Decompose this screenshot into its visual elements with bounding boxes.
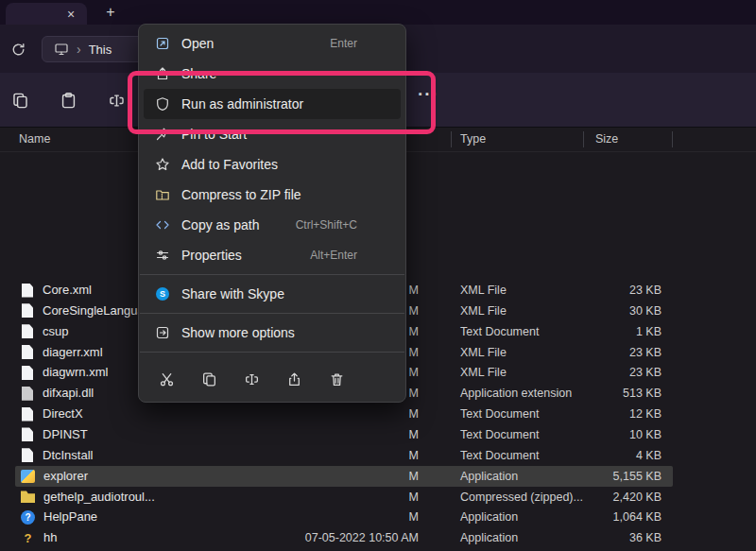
dll-file-icon (22, 387, 33, 401)
clipboard-paste-button[interactable] (58, 90, 78, 111)
file-size: 23 KB (584, 280, 662, 301)
menu-item-compress-to-zip-file[interactable]: Compress to ZIP file (144, 180, 401, 210)
file-date-modified: M (288, 466, 419, 487)
menu-item-label: Copy as path (181, 217, 260, 232)
file-type: XML File (460, 301, 507, 321)
delete-button[interactable] (326, 369, 347, 389)
context-menu-items: OpenEnterShareRun as administratorPin to… (139, 28, 405, 348)
file-type: Application (460, 507, 518, 527)
file-type: Text Document (460, 321, 539, 342)
file-size: 23 KB (584, 342, 662, 363)
file-type: Text Document (460, 424, 539, 445)
file-date-modified: M (288, 487, 419, 508)
refresh-icon[interactable] (9, 41, 26, 58)
column-header-name[interactable]: Name (19, 128, 50, 151)
file-name: Core.xml (43, 280, 92, 301)
menu-item-copy-as-path[interactable]: Copy as pathCtrl+Shift+C (144, 210, 401, 240)
document-file-icon (22, 284, 33, 298)
breadcrumb[interactable]: This (89, 43, 112, 57)
menu-item-label: Open (181, 36, 214, 51)
rename-button[interactable] (241, 369, 262, 389)
cut-icon (159, 371, 175, 387)
file-size: 30 KB (584, 301, 662, 321)
share-icon (155, 66, 170, 81)
file-row-dtcinstall[interactable]: DtcInstallMText Document4 KB (0, 445, 756, 466)
menu-item-add-to-favorites[interactable]: Add to Favorites (144, 149, 401, 180)
file-row-hh[interactable]: ?hh07-05-2022 10:50 AMApplication36 KB (0, 527, 756, 548)
file-type: Text Document (460, 445, 539, 466)
menu-item-label: Share (181, 66, 216, 81)
file-row-dpinst[interactable]: DPINSTMText Document10 KB (0, 424, 756, 445)
skype-icon: S (155, 286, 170, 301)
column-header-size[interactable]: Size (595, 128, 618, 151)
tab-close-icon[interactable]: × (60, 6, 81, 23)
copy-button[interactable] (198, 369, 219, 389)
cut-button[interactable] (156, 369, 177, 389)
titlebar: × + (0, 0, 756, 25)
share-action-button[interactable] (284, 369, 304, 389)
share-action-icon (286, 371, 302, 387)
file-type: Text Document (460, 404, 539, 424)
copy-button[interactable] (9, 90, 30, 111)
file-row-explorer[interactable]: explorerMApplication5,155 KB (0, 466, 756, 487)
menu-item-show-more-options[interactable]: Show more options (144, 318, 401, 348)
menu-item-properties[interactable]: PropertiesAlt+Enter (144, 240, 401, 270)
file-size: 10 KB (584, 424, 662, 445)
breadcrumb-chevron-icon: › (77, 42, 81, 57)
file-row-gethelp-audiotroul[interactable]: gethelp_audiotroul...MCompressed (zipped… (0, 487, 756, 508)
menu-divider (140, 313, 404, 314)
file-name: DirectX (43, 404, 83, 424)
copy-path-icon (155, 217, 170, 232)
menu-item-label: Properties (181, 248, 242, 263)
copy-icon (201, 371, 217, 387)
file-type: XML File (460, 362, 507, 383)
document-file-icon (22, 324, 33, 338)
pin-icon (155, 127, 170, 142)
rename-button[interactable] (106, 90, 127, 111)
explorer-tab[interactable]: × (6, 3, 87, 25)
file-type: Application (460, 466, 518, 487)
see-more-button[interactable]: ··· (418, 84, 438, 105)
file-row-helppane[interactable]: ?HelpPaneMApplication1,064 KB (0, 507, 756, 527)
menu-divider (140, 352, 404, 353)
file-size: 12 KB (584, 404, 662, 424)
menu-item-open[interactable]: OpenEnter (144, 28, 401, 59)
hh-app-icon: ? (21, 531, 35, 545)
menu-item-shortcut: Ctrl+Shift+C (296, 218, 389, 232)
monitor-icon (54, 42, 69, 57)
file-date-modified: M (288, 507, 419, 527)
file-size: 513 KB (584, 383, 662, 404)
menu-divider (140, 274, 404, 275)
menu-item-label: Add to Favorites (181, 157, 278, 172)
zip-folder-icon (155, 187, 170, 202)
menu-item-pin-to-start[interactable]: Pin to Start (144, 119, 401, 149)
zip-file-icon (21, 491, 35, 504)
file-name: difxapi.dll (43, 383, 94, 404)
column-separator[interactable] (672, 131, 673, 147)
file-name: explorer (43, 466, 88, 487)
menu-item-label: Share with Skype (181, 286, 284, 301)
new-tab-button[interactable]: + (100, 2, 121, 23)
column-separator[interactable] (583, 131, 584, 147)
menu-item-share[interactable]: Share (144, 59, 401, 89)
svg-text:S: S (160, 289, 165, 299)
explorer-app-icon (21, 470, 35, 483)
file-name: hh (43, 527, 57, 548)
menu-item-label: Compress to ZIP file (181, 187, 301, 202)
menu-item-run-as-administrator[interactable]: Run as administrator (144, 89, 401, 119)
file-name: DPINST (43, 424, 88, 445)
show-more-icon (155, 325, 170, 340)
file-date-modified: M (288, 445, 419, 466)
document-file-icon (22, 427, 33, 441)
document-file-icon (22, 448, 33, 462)
column-header-type[interactable]: Type (460, 128, 486, 151)
file-row-directx[interactable]: DirectXMText Document12 KB (0, 404, 756, 424)
context-menu-actions (139, 356, 405, 398)
copy-icon (11, 92, 29, 110)
column-separator[interactable] (451, 131, 452, 147)
file-type: Application extension (460, 383, 572, 404)
document-file-icon (22, 366, 33, 380)
document-file-icon (22, 407, 33, 422)
menu-item-share-with-skype[interactable]: SShare with Skype (144, 279, 401, 309)
file-size: 5,155 KB (584, 466, 662, 487)
